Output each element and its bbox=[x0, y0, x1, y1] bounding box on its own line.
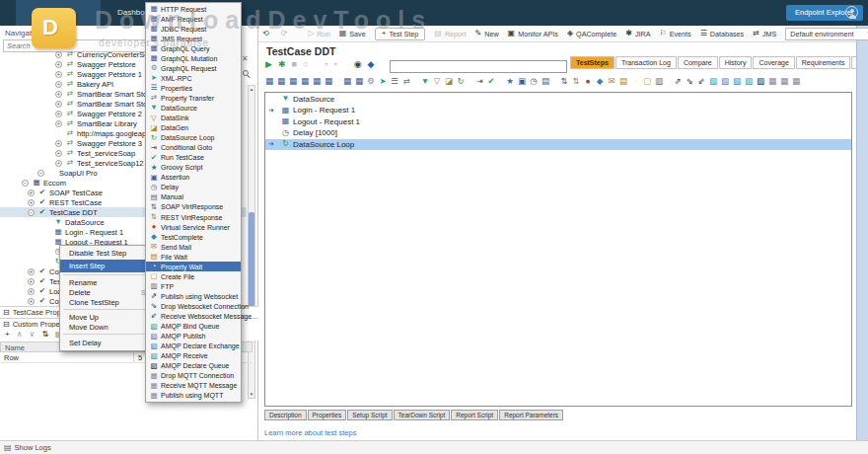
props-icon[interactable]: ☰ bbox=[390, 77, 399, 85]
expand-toggle-icon[interactable]: + bbox=[55, 61, 62, 68]
mqtt-pub-icon[interactable]: ▦ bbox=[791, 77, 801, 85]
submenu-item[interactable]: ▦Publish using MQTT bbox=[146, 391, 241, 401]
submenu-item[interactable]: ▧AMQP Receive bbox=[146, 351, 241, 361]
expand-toggle-icon[interactable]: − bbox=[28, 209, 35, 216]
expand-toggle-icon[interactable]: + bbox=[55, 111, 62, 117]
editor-tab[interactable]: TestSteps bbox=[570, 56, 615, 69]
teststep-row[interactable]: ➜↻DataSource Loop bbox=[265, 139, 851, 150]
learn-more-link[interactable]: Learn more about test steps bbox=[264, 428, 356, 437]
submenu-item[interactable]: ●Virtual Service Runner bbox=[146, 222, 241, 232]
gear-icon[interactable]: ⚙ bbox=[366, 77, 376, 85]
inspector-tab[interactable]: Report Parameters bbox=[499, 410, 563, 420]
expand-toggle-icon[interactable]: + bbox=[28, 268, 35, 275]
grid-icon[interactable]: ▦ bbox=[324, 77, 333, 85]
teststep-row[interactable]: ➜▦Login - Request 1 bbox=[265, 106, 851, 116]
virtrunner-icon[interactable]: ● bbox=[583, 77, 593, 85]
toggle1-icon[interactable]: ▫ bbox=[325, 60, 327, 68]
expand-toggle-icon[interactable]: + bbox=[28, 288, 35, 295]
submenu-item[interactable]: ↻DataSource Loop bbox=[146, 133, 241, 143]
teststep-search-input[interactable] bbox=[390, 60, 567, 73]
submenu-item[interactable]: ▦Drop MQTT Connection bbox=[146, 371, 241, 381]
sort-icon[interactable]: ⇅ bbox=[41, 330, 48, 339]
toolbar-button[interactable]: ⚐Events bbox=[659, 30, 690, 38]
goto-icon[interactable]: ⇥ bbox=[474, 77, 484, 85]
mqtt-drop-icon[interactable]: ▦ bbox=[767, 77, 777, 85]
groovy-icon[interactable]: ★ bbox=[505, 77, 515, 85]
expand-toggle-icon[interactable]: + bbox=[55, 81, 62, 88]
expand-toggle-icon[interactable]: + bbox=[55, 150, 62, 157]
submenu-item[interactable]: ⇅REST VirtResponse bbox=[146, 212, 241, 222]
submenu-item[interactable]: ⚙GraphQL Request bbox=[146, 63, 241, 73]
expand-toggle-icon[interactable]: − bbox=[37, 170, 44, 177]
amqp-bind-icon[interactable]: ▧ bbox=[708, 77, 718, 85]
grid-icon[interactable]: ▦ bbox=[312, 77, 322, 85]
expand-toggle-icon[interactable]: − bbox=[22, 180, 29, 187]
toggle2-icon[interactable]: ▫ bbox=[334, 60, 337, 68]
submenu-item[interactable]: ✉Send Mail bbox=[146, 242, 241, 252]
editor-tab[interactable]: History bbox=[719, 56, 753, 69]
inspector-tab[interactable]: Description bbox=[264, 410, 307, 420]
inspector-tab[interactable]: Properties bbox=[308, 410, 347, 420]
createfile-icon[interactable]: ▢ bbox=[642, 77, 652, 85]
target-icon[interactable]: ◉ bbox=[354, 60, 362, 68]
cell-name[interactable]: Row bbox=[0, 352, 134, 362]
submenu-item[interactable]: ▥FTP bbox=[146, 281, 241, 291]
submenu-item[interactable]: ▤File Wait bbox=[146, 252, 241, 262]
toolbar-button[interactable]: ◈QAComplete bbox=[567, 30, 616, 38]
teststep-row[interactable]: ➜▦Logout - Request 1 bbox=[265, 116, 851, 127]
down-icon[interactable]: ∨ bbox=[30, 330, 36, 339]
teststep-row[interactable]: ➜▼DataSource bbox=[265, 94, 851, 105]
submenu-item[interactable]: ▼DataSource bbox=[146, 103, 241, 113]
stop-icon[interactable]: ■ bbox=[291, 60, 296, 68]
expand-toggle-icon[interactable]: + bbox=[55, 71, 62, 78]
submenu-item[interactable]: ▽DataSink bbox=[146, 114, 241, 123]
datasink-icon[interactable]: ▽ bbox=[432, 77, 442, 85]
submenu-item[interactable]: ⇅SOAP VirtResponse bbox=[146, 202, 241, 212]
submenu-item[interactable]: ★Groovy Script bbox=[146, 163, 241, 173]
clock-icon[interactable]: ◷ bbox=[529, 77, 539, 85]
scroll-down-icon[interactable]: ▼ bbox=[249, 392, 254, 397]
teststep-row[interactable]: ➜◷Delay [1000] bbox=[265, 128, 851, 139]
submenu-item[interactable]: ☰Properties bbox=[146, 83, 241, 93]
submenu-item[interactable]: ◪DataGen bbox=[146, 123, 241, 133]
submenu-item[interactable]: ⇥Conditional Goto bbox=[146, 143, 241, 153]
submenu-item[interactable]: ▦Receive MQTT Message bbox=[146, 381, 241, 391]
toolbar-button[interactable]: ▤Report bbox=[434, 30, 466, 38]
submenu-item[interactable]: ▤Manual bbox=[146, 192, 241, 202]
amqp-pub-icon[interactable]: ▧ bbox=[720, 77, 730, 85]
datasource-icon[interactable]: ▼ bbox=[420, 77, 430, 85]
expand-toggle-icon[interactable]: + bbox=[55, 101, 62, 108]
testcomplete-icon[interactable]: ◆ bbox=[595, 77, 605, 85]
amqp-recv-icon[interactable]: ▧ bbox=[744, 77, 754, 85]
account-icon[interactable] bbox=[845, 6, 858, 19]
expand-toggle-icon[interactable]: + bbox=[28, 199, 35, 206]
mqtt-recv-icon[interactable]: ▦ bbox=[779, 77, 789, 85]
submenu-item[interactable]: ⇘Drop Websocket Connection bbox=[146, 301, 241, 311]
editor-tab[interactable]: Compare bbox=[678, 56, 718, 69]
shield-icon[interactable]: ◆ bbox=[368, 60, 375, 68]
ws-pub-icon[interactable]: ⇗ bbox=[673, 77, 683, 85]
amqp-declq-icon[interactable]: ▧ bbox=[756, 77, 765, 85]
submenu-item[interactable]: ✔Run TestCase bbox=[146, 153, 241, 163]
loop-icon[interactable]: ↻ bbox=[456, 77, 466, 85]
submenu-item[interactable]: ▧AMQP Bind Queue bbox=[146, 322, 241, 332]
grid-icon[interactable]: ▦ bbox=[288, 77, 298, 85]
submenu-item[interactable]: ▧AMQP Publish bbox=[146, 332, 241, 341]
submenu-item[interactable]: ⇗Publish using Websocket bbox=[146, 291, 241, 301]
propwait-icon[interactable]: ◔ bbox=[630, 77, 640, 85]
toolbar-button[interactable]: ▣Monitor APIs bbox=[508, 30, 558, 38]
ws-drop-icon[interactable]: ⇘ bbox=[685, 77, 694, 85]
scrollbar-thumb[interactable] bbox=[249, 212, 254, 317]
restvirt-icon[interactable]: ⇅ bbox=[571, 77, 581, 85]
submenu-item[interactable]: ➤XML-RPC bbox=[146, 73, 241, 83]
submenu-item[interactable]: ▢Create File bbox=[146, 271, 241, 281]
grid-icon[interactable]: ▦ bbox=[354, 77, 364, 85]
grid-icon[interactable]: ▦ bbox=[264, 77, 274, 85]
expand-toggle-icon[interactable]: + bbox=[55, 140, 62, 147]
inspector-tab[interactable]: Report Script bbox=[451, 410, 498, 420]
stopc-icon[interactable]: ○ bbox=[303, 60, 308, 68]
toolbar-button[interactable]: ✱JIRA bbox=[625, 30, 650, 38]
scroll-up-icon[interactable]: ▲ bbox=[249, 87, 254, 92]
expand-toggle-icon[interactable]: + bbox=[55, 120, 62, 127]
manual-icon[interactable]: ▤ bbox=[541, 77, 550, 85]
